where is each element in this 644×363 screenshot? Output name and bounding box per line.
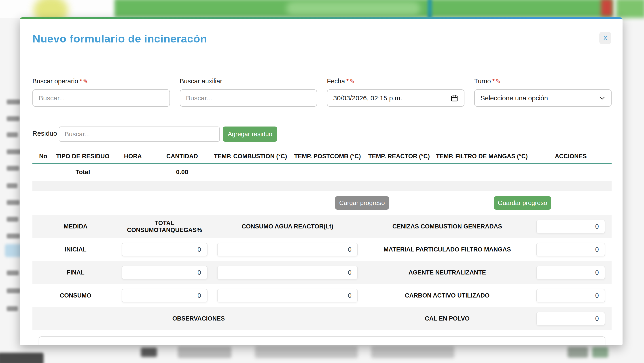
background-form-ghost	[178, 347, 232, 358]
agente-neutralizante-label: AGENTE NEUTRALIZANTE	[365, 269, 530, 276]
turno-label: Turno*✎	[474, 77, 612, 89]
background-form-ghost	[371, 346, 454, 358]
total-value: 0.00	[154, 163, 210, 180]
measures-row-consumo: CONSUMO CARBON ACTIVO UTILIZADO	[32, 284, 612, 307]
operario-search-input[interactable]	[32, 89, 170, 107]
fecha-label: Fecha*✎	[327, 77, 464, 89]
background-sidebar-item	[7, 99, 20, 104]
field-auxiliar: Buscar auxiliar	[180, 77, 317, 107]
gas-header: TOTAL CONSUMOTANQUEGAS%	[119, 220, 210, 234]
add-residuo-button[interactable]: Agregar residuo	[223, 126, 277, 142]
background-sidebar-item	[7, 306, 18, 311]
cenizas-label: CENIZAS COMBUSTION GENERADAS	[365, 223, 530, 230]
background-sidebar-item	[7, 166, 19, 171]
agente-neutralizante-input[interactable]	[536, 266, 605, 279]
background-sidebar-item	[7, 271, 19, 275]
incineration-form-modal: Nuevo formulario de incineracón X Buscar…	[20, 17, 622, 345]
divider	[32, 120, 612, 120]
load-progress-button[interactable]: Cargar progreso	[335, 196, 389, 210]
background-topbar-pill	[286, 1, 420, 16]
background-sidebar-item	[7, 183, 18, 188]
measures-row-final: FINAL AGENTE NEUTRALIZANTE	[32, 261, 612, 284]
background-sidebar-item	[7, 200, 20, 205]
measures-row-observaciones: OBSERVACIONES CAL EN POLVO	[32, 307, 612, 330]
background-form-ghost	[592, 347, 608, 358]
background-topbar-left	[0, 0, 115, 18]
agua-header: CONSUMO AGUA REACTOR(Lt)	[210, 223, 365, 230]
col-temp-postcomb: TEMP. POSTCOMB (°C)	[291, 150, 364, 163]
background-topbar-green-blob	[616, 0, 644, 18]
observaciones-label: OBSERVACIONES	[32, 315, 365, 322]
background-topbar-green	[114, 0, 613, 17]
page-title: Nuevo formulario de incineracón	[32, 32, 207, 45]
col-temp-combustion: TEMP. COMBUSTION (°C)	[210, 150, 291, 163]
background-sidebar-item	[7, 149, 22, 154]
col-cantidad: CANTIDAD	[154, 150, 210, 163]
carbon-activo-label: CARBON ACTIVO UTILIZADO	[365, 292, 530, 299]
background-form-ghost	[568, 347, 588, 358]
auxiliar-search-input[interactable]	[180, 89, 317, 107]
background-sidebar-item	[7, 234, 20, 239]
col-temp-reactor: TEMP. REACTOR (°C)	[364, 150, 434, 163]
required-asterisk: *	[346, 77, 349, 85]
observaciones-textarea[interactable]	[39, 337, 605, 345]
table-footer-strip	[32, 181, 612, 191]
background-sidebar-item	[7, 116, 20, 121]
turno-selected-value: Seleccione una opción	[480, 94, 548, 102]
chevron-down-icon	[599, 96, 605, 100]
inicial-gas-input[interactable]	[122, 243, 208, 256]
field-fecha: Fecha*✎ 30/03/2026, 02:15 p.m.	[327, 77, 464, 107]
required-asterisk: *	[492, 77, 495, 85]
medida-header: MEDIDA	[32, 223, 119, 230]
background-form-ghost	[255, 346, 358, 358]
background-sidebar-item	[7, 288, 20, 293]
modal-content: Nuevo formulario de incineracón X Buscar…	[32, 17, 612, 345]
col-hora: HORA	[112, 150, 154, 163]
residuos-table: No TIPO DE RESIDUO HORA CANTIDAD TEMP. C…	[32, 150, 612, 180]
material-particulado-label: MATERIAL PARTICULADO FILTRO MANGAS	[365, 246, 530, 253]
total-row: Total 0.00	[32, 163, 612, 180]
background-topbar-red-blob	[601, 0, 612, 16]
background-topbar-teal-streak	[428, 0, 432, 18]
measures-header-row: MEDIDA TOTAL CONSUMOTANQUEGAS% CONSUMO A…	[32, 215, 612, 238]
fecha-datetime-input[interactable]: 30/03/2026, 02:15 p.m.	[327, 89, 464, 107]
fecha-value: 30/03/2026, 02:15 p.m.	[333, 94, 402, 102]
measures-row-inicial: INICIAL MATERIAL PARTICULADO FILTRO MANG…	[32, 238, 612, 261]
close-button[interactable]: X	[599, 32, 611, 44]
background-sidebar-item	[7, 132, 18, 137]
cenizas-input[interactable]	[536, 220, 605, 233]
background-corner-button-ghost	[0, 353, 44, 363]
field-turno: Turno*✎ Seleccione una opción	[474, 77, 612, 107]
residuos-table-header-row: No TIPO DE RESIDUO HORA CANTIDAD TEMP. C…	[32, 150, 612, 163]
calendar-icon[interactable]	[450, 94, 458, 102]
operario-label: Buscar operario*✎	[32, 77, 170, 89]
turno-select[interactable]: Seleccione una opción	[474, 89, 612, 107]
carbon-activo-input[interactable]	[536, 289, 605, 303]
final-label: FINAL	[32, 269, 119, 276]
cal-en-polvo-label: CAL EN POLVO	[365, 315, 530, 322]
top-fields-row: Buscar operario*✎ Buscar auxiliar Fecha*…	[32, 77, 612, 107]
background-sidebar-item	[7, 217, 18, 222]
material-particulado-input[interactable]	[536, 243, 605, 256]
save-progress-button[interactable]: Guardar progreso	[494, 196, 551, 210]
pencil-icon: ✎	[350, 78, 355, 85]
divider	[32, 59, 612, 59]
pencil-icon: ✎	[83, 78, 88, 85]
consumo-agua-input[interactable]	[217, 289, 358, 303]
residuo-row: Residuo Agregar residuo	[32, 126, 612, 142]
residuo-label: Residuo	[32, 130, 57, 137]
inicial-agua-input[interactable]	[217, 243, 358, 256]
final-agua-input[interactable]	[217, 266, 358, 279]
final-gas-input[interactable]	[122, 266, 208, 279]
field-operario: Buscar operario*✎	[32, 77, 170, 107]
consumo-label: CONSUMO	[32, 292, 119, 299]
consumo-gas-input[interactable]	[122, 289, 208, 303]
col-acciones: ACCIONES	[530, 150, 612, 163]
background-form-ghost	[141, 348, 157, 357]
total-label: Total	[54, 163, 112, 180]
col-tipo-residuo: TIPO DE RESIDUO	[54, 150, 112, 163]
close-icon: X	[603, 34, 608, 42]
residuo-search-input[interactable]	[59, 126, 220, 142]
measures-grid: MEDIDA TOTAL CONSUMOTANQUEGAS% CONSUMO A…	[32, 215, 612, 330]
cal-en-polvo-input[interactable]	[536, 312, 605, 326]
